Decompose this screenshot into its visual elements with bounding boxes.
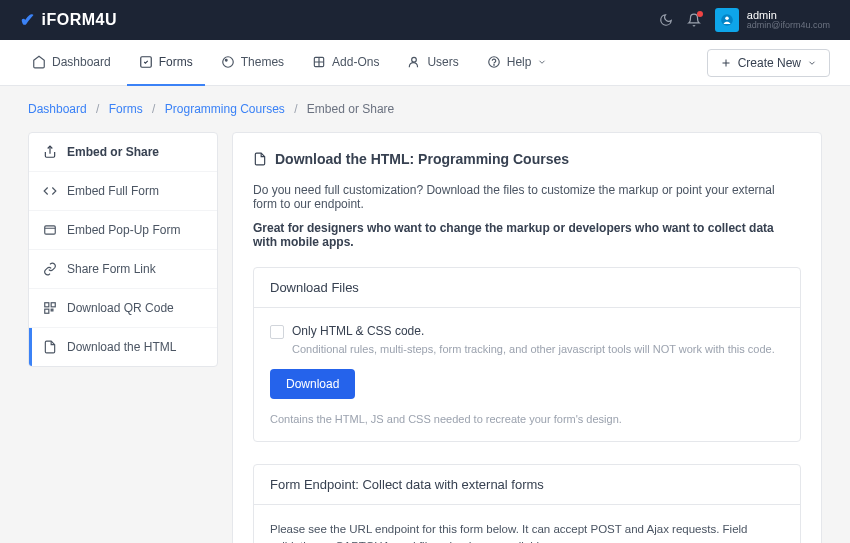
code-icon bbox=[43, 184, 57, 198]
only-html-css-checkbox[interactable] bbox=[270, 325, 284, 339]
palette-icon bbox=[221, 55, 235, 69]
sidebar-item-label: Embed Full Form bbox=[67, 184, 159, 198]
nav-users[interactable]: Users bbox=[395, 40, 470, 86]
nav-help[interactable]: Help bbox=[475, 40, 560, 86]
sidebar-header: Embed or Share bbox=[29, 133, 217, 172]
endpoint-desc: Please see the URL endpoint for this for… bbox=[270, 521, 784, 543]
brand-name: iFORM4U bbox=[42, 11, 118, 29]
sidebar: Embed or Share Embed Full Form Embed Pop… bbox=[28, 132, 218, 367]
nav-label: Themes bbox=[241, 55, 284, 69]
nav-label: Add-Ons bbox=[332, 55, 379, 69]
bell-icon[interactable] bbox=[687, 13, 701, 27]
endpoint-panel: Form Endpoint: Collect data with externa… bbox=[253, 464, 801, 543]
sidebar-item-qr-code[interactable]: Download QR Code bbox=[29, 289, 217, 328]
svg-point-1 bbox=[725, 17, 729, 21]
sidebar-item-label: Download QR Code bbox=[67, 301, 174, 315]
plus-icon bbox=[720, 57, 732, 69]
breadcrumb-link[interactable]: Programming Courses bbox=[165, 102, 285, 116]
download-footer: Contains the HTML, JS and CSS needed to … bbox=[270, 413, 784, 425]
download-button[interactable]: Download bbox=[270, 369, 355, 399]
logo-mark-icon: ✔ bbox=[20, 9, 36, 31]
sidebar-item-download-html[interactable]: Download the HTML bbox=[29, 328, 217, 366]
nav-themes[interactable]: Themes bbox=[209, 40, 296, 86]
check-square-icon bbox=[139, 55, 153, 69]
intro-bold: Great for designers who want to change t… bbox=[253, 221, 801, 249]
endpoint-heading: Form Endpoint: Collect data with externa… bbox=[254, 465, 800, 505]
breadcrumb-link[interactable]: Dashboard bbox=[28, 102, 87, 116]
download-heading: Download Files bbox=[254, 268, 800, 308]
svg-rect-11 bbox=[51, 303, 55, 307]
topbar: ✔ iFORM4U admin admin@iform4u.com bbox=[0, 0, 850, 40]
svg-point-8 bbox=[493, 64, 494, 65]
nav-addons[interactable]: Add-Ons bbox=[300, 40, 391, 86]
nav-label: Forms bbox=[159, 55, 193, 69]
navbar: Dashboard Forms Themes Add-Ons Users Hel… bbox=[0, 40, 850, 86]
breadcrumb-link[interactable]: Forms bbox=[109, 102, 143, 116]
puzzle-icon bbox=[312, 55, 326, 69]
sidebar-item-share-link[interactable]: Share Form Link bbox=[29, 250, 217, 289]
user-email: admin@iform4u.com bbox=[747, 21, 830, 31]
nav-label: Help bbox=[507, 55, 532, 69]
avatar bbox=[715, 8, 739, 32]
chevron-down-icon bbox=[537, 57, 547, 67]
checkbox-label: Only HTML & CSS code. bbox=[292, 324, 424, 338]
create-new-label: Create New bbox=[738, 56, 801, 70]
breadcrumb-current: Embed or Share bbox=[307, 102, 394, 116]
sidebar-item-label: Embed Pop-Up Form bbox=[67, 223, 180, 237]
nav-label: Users bbox=[427, 55, 458, 69]
nav-dashboard[interactable]: Dashboard bbox=[20, 40, 123, 86]
chevron-down-icon bbox=[807, 58, 817, 68]
checkbox-hint: Conditional rules, multi-steps, form tra… bbox=[292, 343, 784, 355]
qr-icon bbox=[43, 301, 57, 315]
link-icon bbox=[43, 262, 57, 276]
document-icon bbox=[43, 340, 57, 354]
svg-point-4 bbox=[225, 59, 227, 61]
svg-rect-13 bbox=[51, 309, 53, 311]
nav-forms[interactable]: Forms bbox=[127, 40, 205, 86]
help-icon bbox=[487, 55, 501, 69]
home-icon bbox=[32, 55, 46, 69]
svg-rect-9 bbox=[45, 226, 56, 234]
sidebar-header-label: Embed or Share bbox=[67, 145, 159, 159]
svg-point-6 bbox=[412, 57, 417, 62]
share-icon bbox=[43, 145, 57, 159]
main-panel: Download the HTML: Programming Courses D… bbox=[232, 132, 822, 543]
breadcrumb: Dashboard / Forms / Programming Courses … bbox=[0, 86, 850, 132]
svg-rect-10 bbox=[45, 303, 49, 307]
download-files-panel: Download Files Only HTML & CSS code. Con… bbox=[253, 267, 801, 442]
logo[interactable]: ✔ iFORM4U bbox=[20, 9, 117, 31]
svg-point-3 bbox=[222, 56, 233, 67]
nav-label: Dashboard bbox=[52, 55, 111, 69]
sidebar-item-embed-full[interactable]: Embed Full Form bbox=[29, 172, 217, 211]
window-icon bbox=[43, 223, 57, 237]
notification-dot-icon bbox=[697, 11, 703, 17]
document-icon bbox=[253, 152, 267, 166]
sidebar-item-embed-popup[interactable]: Embed Pop-Up Form bbox=[29, 211, 217, 250]
user-menu[interactable]: admin admin@iform4u.com bbox=[715, 8, 830, 32]
intro-text: Do you need full customization? Download… bbox=[253, 183, 801, 211]
create-new-button[interactable]: Create New bbox=[707, 49, 830, 77]
user-icon bbox=[407, 55, 421, 69]
page-title: Download the HTML: Programming Courses bbox=[275, 151, 569, 167]
sidebar-item-label: Download the HTML bbox=[67, 340, 176, 354]
sidebar-item-label: Share Form Link bbox=[67, 262, 156, 276]
moon-icon[interactable] bbox=[659, 13, 673, 27]
svg-rect-12 bbox=[45, 309, 49, 313]
